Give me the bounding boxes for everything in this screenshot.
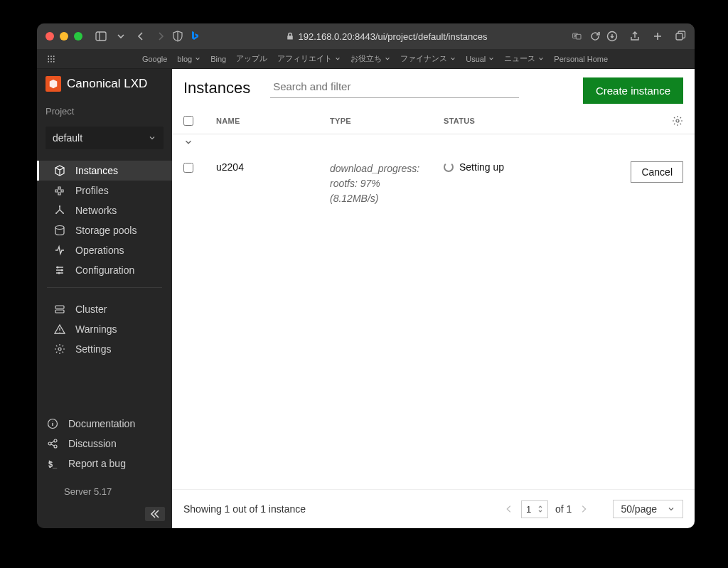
bookmark-personal home[interactable]: Personal Home [554, 55, 608, 63]
search-input[interactable] [273, 80, 516, 92]
cancel-button[interactable]: Cancel [631, 161, 683, 183]
sidebar-toggle-icon[interactable] [95, 31, 107, 42]
svg-point-26 [54, 439, 57, 442]
bookmark-アフィリエイト[interactable]: アフィリエイト [277, 53, 341, 64]
bookmark-アップル[interactable]: アップル [236, 53, 267, 64]
sidebar-item-label: Storage pools [75, 225, 136, 236]
sidebar-item-label: Cluster [75, 304, 107, 315]
sidebar-item-documentation[interactable]: Documentation [37, 414, 172, 434]
bookmark-ファイナンス[interactable]: ファイナンス [400, 53, 456, 64]
pager-of-label: of 1 [555, 503, 572, 515]
select-all-checkbox[interactable] [183, 116, 193, 126]
bookmark-usual[interactable]: Usual [466, 55, 494, 63]
svg-rect-2 [576, 34, 581, 39]
pager-prev[interactable] [504, 504, 514, 514]
reload-icon[interactable] [589, 31, 601, 42]
instance-status: Setting up [444, 161, 572, 173]
stepper-icon [537, 505, 543, 513]
close-window[interactable] [46, 32, 54, 41]
share-icon[interactable] [629, 31, 641, 42]
sidebar-item-label: Documentation [68, 418, 135, 429]
chevron-down-icon [385, 56, 390, 62]
forward-icon[interactable] [155, 31, 166, 42]
brand-text: Canonical LXD [67, 77, 147, 91]
svg-point-12 [50, 60, 52, 62]
shield-icon[interactable] [172, 31, 183, 42]
url-text[interactable]: 192.168.0.20:8443/ui/project/default/ins… [299, 31, 488, 42]
per-page-select[interactable]: 50/page [613, 500, 683, 518]
profiles-icon [54, 185, 65, 196]
sidebar-item-operations[interactable]: Operations [37, 240, 172, 260]
row-checkbox[interactable] [183, 163, 193, 173]
apps-grid-icon[interactable] [47, 55, 55, 63]
svg-point-15 [55, 213, 57, 214]
chevron-down-icon [148, 134, 156, 142]
minimize-window[interactable] [60, 32, 68, 41]
project-value: default [53, 132, 82, 144]
svg-point-16 [63, 213, 64, 214]
window-controls [46, 32, 82, 41]
pager-page-input[interactable]: 1 [521, 500, 548, 518]
table-header: NAME TYPE STATUS [172, 104, 695, 134]
sidebar-item-discussion[interactable]: Discussion [37, 434, 172, 454]
new-tab-icon[interactable] [652, 31, 663, 42]
svg-point-29 [676, 119, 679, 122]
chevron-down-icon [335, 56, 341, 62]
instance-name[interactable]: u2204 [216, 161, 330, 173]
sidebar-item-cluster[interactable]: Cluster [37, 299, 172, 319]
instances-icon [54, 165, 65, 176]
sidebar-item-label: Discussion [68, 438, 117, 449]
sidebar-item-reportbug[interactable]: $_Report a bug [37, 454, 172, 473]
bookmark-ニュース[interactable]: ニュース [504, 53, 544, 64]
project-label: Project [37, 97, 172, 122]
svg-point-18 [57, 267, 59, 269]
tabs-icon[interactable] [675, 31, 686, 42]
maximize-window[interactable] [74, 32, 82, 41]
sidebar-item-label: Operations [75, 245, 124, 256]
sidebar-item-warnings[interactable]: Warnings [37, 319, 172, 339]
translate-icon[interactable] [572, 31, 584, 42]
svg-point-8 [48, 58, 49, 60]
sidebar-item-settings[interactable]: Settings [37, 339, 172, 359]
column-status: STATUS [444, 117, 572, 125]
create-instance-button[interactable]: Create instance [583, 77, 683, 104]
pager: 1 of 1 50/page [504, 500, 683, 518]
svg-point-19 [61, 269, 63, 272]
svg-point-20 [58, 272, 60, 274]
configuration-icon [54, 264, 65, 276]
sidebar-item-label: Warnings [75, 323, 117, 335]
svg-rect-4 [676, 33, 682, 40]
sidebar-item-storage[interactable]: Storage pools [37, 220, 172, 240]
chevron-down-icon [667, 505, 675, 513]
svg-point-17 [55, 226, 64, 230]
sidebar-item-label: Configuration [75, 264, 134, 276]
chevron-down-icon[interactable] [115, 31, 127, 42]
bookmark-お役立ち[interactable]: お役立ち [350, 53, 390, 64]
sidebar-item-profiles[interactable]: Profiles [37, 181, 172, 200]
svg-text:$_: $_ [48, 460, 58, 468]
bookmark-blog[interactable]: blog [177, 55, 200, 63]
column-type: TYPE [330, 117, 444, 125]
cluster-icon [54, 304, 65, 315]
download-icon[interactable] [606, 31, 618, 42]
sidebar-item-configuration[interactable]: Configuration [37, 260, 172, 280]
back-icon[interactable] [135, 31, 146, 42]
pager-next[interactable] [579, 504, 589, 514]
collapse-sidebar-button[interactable] [145, 507, 165, 521]
expand-all-chevron[interactable] [183, 137, 193, 147]
svg-point-9 [50, 58, 52, 60]
storage-icon [54, 225, 65, 236]
chevrons-left-icon [149, 510, 161, 518]
bing-icon[interactable] [189, 31, 200, 42]
bookmark-bing[interactable]: Bing [210, 55, 226, 63]
brand[interactable]: Canonical LXD [37, 69, 172, 97]
sidebar-item-networks[interactable]: Networks [37, 200, 172, 220]
sidebar-item-instances[interactable]: Instances [37, 161, 172, 181]
svg-point-6 [50, 55, 52, 57]
bookmark-google[interactable]: Google [142, 55, 167, 63]
project-select[interactable]: default [46, 127, 164, 149]
gear-icon[interactable] [672, 115, 683, 127]
footer-summary: Showing 1 out of 1 instance [183, 503, 306, 515]
table-row: u2204 download_progress: rootfs: 97% (8.… [172, 154, 695, 213]
chevron-down-icon [195, 56, 200, 62]
